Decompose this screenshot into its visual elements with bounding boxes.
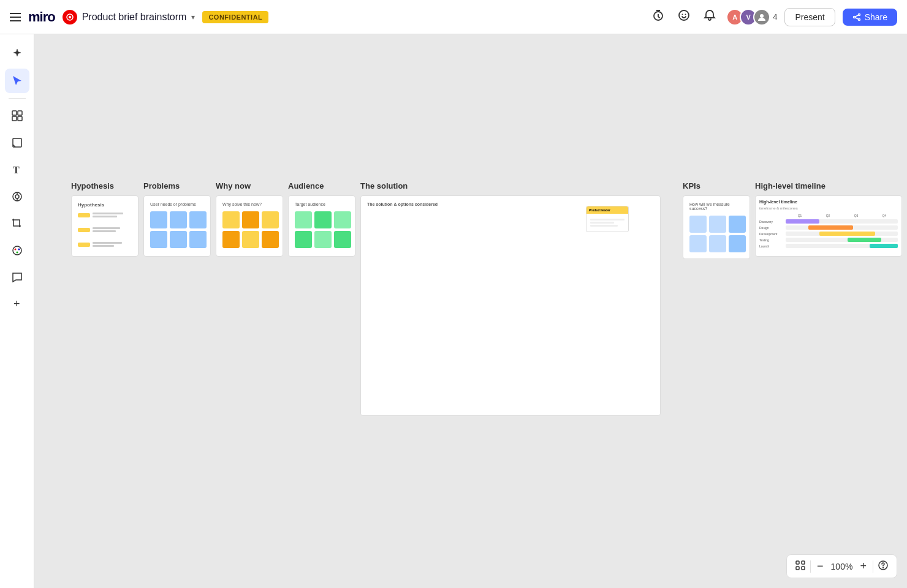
svg-point-8 bbox=[858, 13, 860, 15]
sticky-4 bbox=[150, 231, 167, 248]
audience-label: Audience bbox=[288, 181, 324, 190]
sticky-k4 bbox=[689, 235, 707, 252]
board-title-area[interactable]: Product brief brainstorm ▾ bbox=[63, 10, 195, 24]
sticky-g4 bbox=[295, 231, 312, 248]
gantt-col-3: Q3 bbox=[843, 214, 870, 217]
svg-point-22 bbox=[13, 246, 21, 255]
share-button[interactable]: Share bbox=[843, 9, 897, 26]
sidebar-item-crop[interactable] bbox=[5, 211, 29, 236]
svg-rect-13 bbox=[18, 111, 22, 115]
svg-point-24 bbox=[18, 249, 20, 251]
sticky-y5 bbox=[242, 231, 259, 248]
why-now-label: Why now bbox=[216, 181, 251, 190]
sticky-3 bbox=[189, 211, 207, 228]
canvas[interactable]: Hypothesis Hypothesis bbox=[34, 34, 907, 588]
kpis-stickies bbox=[689, 216, 743, 252]
board-title: Product brief brainstorm bbox=[82, 12, 187, 23]
sidebar-item-templates[interactable] bbox=[5, 184, 29, 209]
sticky-k3 bbox=[729, 216, 746, 233]
sticky-y2 bbox=[242, 211, 259, 228]
kpis-section: KPIs How will we measure success? bbox=[683, 181, 750, 259]
sticky-y6 bbox=[262, 231, 279, 248]
svg-point-4 bbox=[682, 14, 683, 15]
sidebar-item-palette[interactable] bbox=[5, 238, 29, 263]
audience-frame: Target audience bbox=[288, 195, 355, 257]
help-button[interactable] bbox=[876, 559, 890, 574]
timeline-frame-title: High-level timeline bbox=[759, 200, 898, 204]
why-now-frame: Why solve this now? bbox=[216, 195, 283, 257]
gantt-row-1: Discovery bbox=[759, 219, 898, 224]
svg-rect-15 bbox=[18, 116, 22, 121]
timeline-section: High-level timeline High-level timeline … bbox=[755, 181, 902, 257]
sticky-g3 bbox=[334, 211, 351, 228]
problems-frame: User needs or problems bbox=[143, 195, 211, 257]
why-now-section: Why now Why solve this now? bbox=[216, 181, 283, 257]
gantt-row-3: Development bbox=[759, 232, 898, 236]
svg-point-23 bbox=[14, 249, 16, 251]
svg-point-9 bbox=[858, 18, 860, 20]
sticky-y1 bbox=[222, 211, 240, 228]
svg-point-3 bbox=[679, 10, 689, 20]
gantt-col-4: Q4 bbox=[871, 214, 898, 217]
svg-point-7 bbox=[853, 16, 855, 18]
present-button[interactable]: Present bbox=[784, 8, 835, 26]
svg-rect-27 bbox=[796, 561, 799, 564]
reactions-icon-button[interactable] bbox=[675, 6, 693, 28]
why-now-stickies bbox=[222, 211, 276, 248]
sticky-g2 bbox=[314, 211, 332, 228]
svg-text:+: + bbox=[13, 298, 20, 310]
why-now-frame-title: Why solve this now? bbox=[222, 202, 276, 206]
sidebar-item-add[interactable]: + bbox=[5, 292, 29, 317]
sidebar-item-comments[interactable] bbox=[5, 265, 29, 290]
collaborators-avatars: A V 4 bbox=[726, 9, 777, 26]
sidebar-item-sticky[interactable] bbox=[5, 130, 29, 155]
sticky-k6 bbox=[729, 235, 746, 252]
fit-to-screen-button[interactable] bbox=[793, 559, 808, 574]
topbar: miro Product brief brainstorm ▾ CONFIDEN… bbox=[0, 0, 907, 34]
avatar-count[interactable]: 4 bbox=[773, 12, 777, 21]
sidebar-divider-1 bbox=[9, 98, 26, 99]
problems-frame-title: User needs or problems bbox=[150, 202, 204, 206]
audience-stickies bbox=[295, 211, 349, 248]
board-icon bbox=[63, 10, 77, 24]
solution-label: The solution bbox=[360, 181, 408, 190]
kpis-label: KPIs bbox=[683, 181, 700, 190]
zoom-controls: − 100% + bbox=[786, 554, 897, 578]
hypothesis-content bbox=[78, 213, 132, 247]
timeline-subtitle: timeframe & milestones bbox=[759, 206, 898, 210]
sticky-g6 bbox=[334, 231, 351, 248]
sticky-y3 bbox=[262, 211, 279, 228]
svg-point-5 bbox=[685, 14, 686, 15]
zoom-level: 100% bbox=[829, 562, 854, 571]
zoom-divider-1 bbox=[810, 560, 811, 573]
sidebar-item-frames[interactable] bbox=[5, 104, 29, 128]
svg-rect-14 bbox=[12, 116, 17, 121]
sticky-2 bbox=[170, 211, 187, 228]
zoom-divider-2 bbox=[873, 560, 873, 573]
sidebar-item-text[interactable]: T bbox=[5, 157, 29, 182]
hypothesis-frame-title: Hypothesis bbox=[78, 202, 132, 208]
gantt-header: Q1 Q2 Q3 Q4 bbox=[759, 214, 898, 217]
gantt-row-5: Launch bbox=[759, 244, 898, 248]
gantt-col-2: Q2 bbox=[814, 214, 841, 217]
sticky-g5 bbox=[314, 231, 332, 248]
svg-point-19 bbox=[15, 195, 19, 198]
svg-point-25 bbox=[16, 252, 18, 254]
sticky-k2 bbox=[709, 216, 726, 233]
svg-rect-29 bbox=[796, 567, 799, 570]
hypothesis-section: Hypothesis Hypothesis bbox=[71, 181, 139, 257]
sidebar: T + bbox=[0, 34, 34, 588]
timer-icon-button[interactable] bbox=[649, 6, 667, 28]
gantt-row-2: Design bbox=[759, 225, 898, 230]
timeline-frame: High-level timeline timeframe & mileston… bbox=[755, 195, 902, 257]
avatar-3 bbox=[753, 9, 770, 26]
sidebar-item-cursor[interactable] bbox=[5, 69, 29, 93]
chevron-down-icon: ▾ bbox=[191, 13, 195, 21]
notifications-icon-button[interactable] bbox=[700, 6, 719, 28]
zoom-out-button[interactable]: − bbox=[813, 559, 827, 574]
zoom-in-button[interactable]: + bbox=[856, 559, 870, 574]
sidebar-item-ai[interactable] bbox=[5, 42, 29, 66]
menu-icon[interactable] bbox=[10, 13, 21, 21]
kpis-frame-title: How will we measure success? bbox=[689, 202, 743, 211]
audience-section: Audience Target audience bbox=[288, 181, 355, 257]
